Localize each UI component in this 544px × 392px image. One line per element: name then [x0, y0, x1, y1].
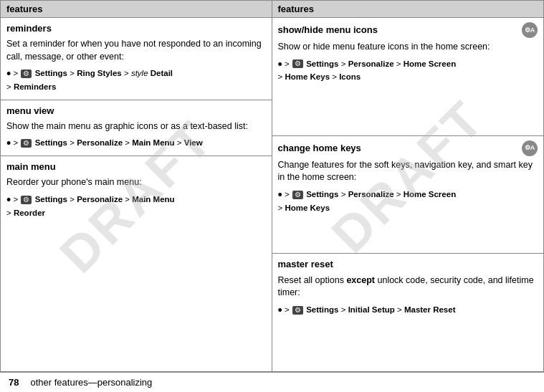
settings-icon2 — [21, 139, 32, 148]
show-hide-badge: ⚙A — [522, 22, 538, 38]
gt5: > — [285, 190, 292, 199]
change-home-keys-section: change home keys ⚙A Change features for … — [272, 136, 544, 254]
change-home-keys-body: Change features for the soft keys, navig… — [278, 159, 538, 184]
change-home-keys-badge: ⚙A — [522, 140, 538, 156]
settings-icon3 — [21, 196, 32, 204]
show-hide-path-label: Settings > Personalize > Home Screen — [306, 59, 456, 68]
change-home-keys-header-row: change home keys ⚙A — [278, 140, 538, 159]
master-reset-path-label: Settings > Initial Setup > Master Reset — [306, 305, 455, 314]
bullet-icon5: • — [278, 188, 282, 202]
reminders-title: reminders — [6, 22, 266, 35]
bullet-icon3: • — [6, 193, 11, 207]
footer-text: other features—personalizing — [30, 377, 152, 388]
page-wrapper: features reminders Set a reminder for wh… — [0, 0, 544, 392]
bullet-icon6: • — [278, 303, 282, 317]
master-reset-section: master reset Reset all options except un… — [272, 254, 544, 371]
menu-view-path-label: Settings > Personalize > Main Menu > Vie… — [35, 138, 203, 147]
reorder-label: > Reorder — [6, 209, 45, 217]
main-menu-path-label: Settings > Personalize > Main Menu — [35, 195, 175, 204]
settings-icon — [21, 70, 32, 78]
gt1: > — [14, 69, 21, 77]
menu-view-path: • > Settings > Personalize > Main Menu >… — [6, 136, 266, 150]
page-number: 78 — [9, 377, 19, 388]
left-column: features reminders Set a reminder for wh… — [1, 1, 272, 371]
change-home-keys-path: • > Settings > Personalize > Home Screen… — [278, 188, 538, 214]
show-hide-section: show/hide menu icons ⚙A Show or hide men… — [272, 18, 544, 136]
master-reset-title: master reset — [278, 258, 538, 271]
right-column: features show/hide menu icons ⚙A Show or… — [272, 1, 544, 371]
master-reset-body: Reset all options except unlock code, se… — [278, 274, 538, 300]
show-hide-body: Show or hide menu feature icons in the h… — [278, 41, 538, 54]
settings-icon6 — [292, 306, 303, 315]
reminders-label: > Reminders — [6, 82, 56, 91]
left-header: features — [1, 1, 272, 18]
gt2: > — [14, 138, 21, 147]
change-home-keys-title: change home keys — [278, 142, 361, 155]
settings-icon5 — [292, 191, 303, 199]
reminders-section: reminders Set a reminder for when you ha… — [1, 18, 272, 100]
settings-icon4 — [292, 59, 303, 68]
settings-label: Settings > Ring Styles > style Detail — [35, 69, 173, 77]
bullet-icon4: • — [278, 57, 282, 71]
bullet-icon2: • — [6, 136, 11, 150]
show-hide-path: • > Settings > Personalize > Home Screen… — [278, 57, 538, 84]
main-content: features reminders Set a reminder for wh… — [0, 0, 544, 372]
menu-view-section: menu view Show the main menu as graphic … — [1, 100, 272, 157]
menu-view-body: Show the main menu as graphic icons or a… — [6, 120, 266, 133]
show-hide-header-row: show/hide menu icons ⚙A — [278, 22, 538, 41]
main-menu-section: main menu Reorder your phone's main menu… — [1, 156, 272, 225]
right-header: features — [272, 1, 544, 18]
gt6: > — [285, 305, 292, 314]
show-hide-title: show/hide menu icons — [278, 24, 378, 37]
gt4: > — [285, 59, 292, 68]
bullet-icon: • — [6, 67, 11, 81]
change-home-keys-path-label: Settings > Personalize > Home Screen — [306, 190, 456, 199]
footer: 78 other features—personalizing — [0, 372, 544, 392]
home-keys-icons-label: > Home Keys > Icons — [278, 72, 361, 81]
main-menu-path: • > Settings > Personalize > Main Menu >… — [6, 193, 266, 219]
menu-view-title: menu view — [6, 105, 266, 118]
main-menu-body: Reorder your phone's main menu: — [6, 176, 266, 189]
master-reset-path: • > Settings > Initial Setup > Master Re… — [278, 303, 538, 317]
reminders-path: • > Settings > Ring Styles > style Detai… — [6, 67, 266, 93]
main-menu-title: main menu — [6, 161, 266, 173]
home-keys-label: > Home Keys — [278, 204, 330, 212]
reminders-body: Set a reminder for when you have not res… — [6, 38, 266, 63]
gt3: > — [14, 195, 21, 204]
